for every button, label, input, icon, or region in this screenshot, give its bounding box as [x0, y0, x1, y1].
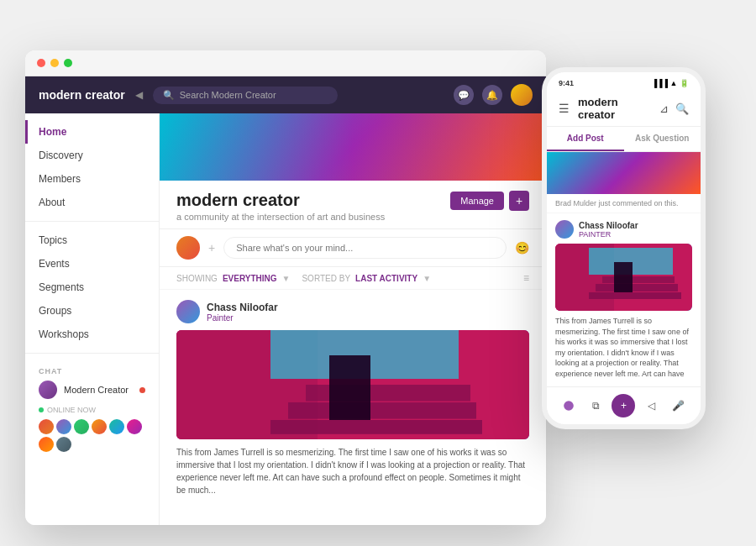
search-icon: 🔍 [163, 90, 175, 101]
mobile-status-icons: ▐▐▐ ▲ 🔋 [652, 79, 689, 87]
svg-rect-3 [270, 420, 482, 434]
mobile-tabs: Add Post Ask Question [547, 127, 701, 152]
browser-dot-red [37, 59, 45, 67]
tab-add-post[interactable]: Add Post [547, 127, 624, 151]
svg-rect-11 [596, 284, 678, 291]
chat-unread-dot [139, 387, 145, 393]
mobile-post-image [555, 244, 692, 311]
mobile-status-bar: 9:41 ▐▐▐ ▲ 🔋 [547, 72, 701, 91]
hero-overlay [160, 113, 546, 181]
filter-icon[interactable]: ⊿ [659, 102, 669, 115]
mobile-back-icon[interactable]: ◁ [639, 394, 663, 417]
hero-banner [160, 113, 546, 181]
sidebar-item-events[interactable]: Events [25, 252, 159, 276]
svg-point-14 [564, 401, 574, 411]
mobile-search-icon[interactable]: 🔍 [675, 102, 689, 115]
mobile-poster-info: Chass Niloofar PAINTER [579, 221, 638, 239]
sidebar-item-groups[interactable]: Groups [25, 299, 159, 323]
online-avatars [39, 419, 145, 452]
sidebar-item-home[interactable]: Home [25, 120, 159, 144]
sidebar-item-about[interactable]: About [25, 191, 159, 214]
chat-community-name: Modern Creator [64, 385, 133, 395]
svg-rect-6 [329, 355, 370, 420]
online-status-dot [39, 407, 44, 412]
community-tagline: a community at the intersection of art a… [176, 212, 385, 222]
poster-info: Chass Niloofar Painter [207, 302, 278, 323]
post-image [176, 330, 529, 439]
online-avatar-1 [39, 419, 54, 434]
post-header: Chass Niloofar Painter [176, 300, 529, 323]
community-info: modern creator a community at the inters… [176, 191, 385, 222]
poster-name: Chass Niloofar [207, 302, 278, 313]
mobile-add-icon[interactable]: + [612, 394, 635, 417]
manage-button[interactable]: Manage [450, 192, 504, 210]
sidebar-item-discovery[interactable]: Discovery [25, 144, 159, 167]
emoji-icon[interactable]: 😊 [515, 241, 529, 255]
poster-tag: Painter [207, 313, 278, 323]
community-name: modern creator [176, 191, 385, 210]
chat-icon[interactable]: 💬 [454, 85, 474, 105]
mobile-mockup: 9:41 ▐▐▐ ▲ 🔋 ☰ modern creator ⊿ 🔍 Add Po… [542, 67, 706, 429]
header-icons: 💬 🔔 [454, 84, 533, 106]
sidebar-item-topics[interactable]: Topics [25, 228, 159, 252]
svg-rect-10 [589, 292, 681, 299]
nav-group-main: Home Discovery Members About [25, 120, 159, 214]
online-label: ONLINE NOW [39, 406, 145, 414]
list-view-icon[interactable]: ≡ [523, 272, 529, 284]
mobile-post-header: Chass Niloofar PAINTER [555, 220, 692, 239]
post-item: Chass Niloofar Painter [160, 290, 546, 507]
nav-group-secondary: Topics Events Segments Groups Workshops [25, 228, 159, 346]
chat-item[interactable]: Modern Creator [39, 381, 145, 399]
hamburger-icon[interactable]: ☰ [559, 102, 570, 115]
showing-label: SHOWING [176, 274, 218, 283]
mobile-post: Chass Niloofar PAINTER This from James T… [547, 213, 701, 386]
chat-community-icon [39, 381, 57, 399]
sidebar-item-members[interactable]: Members [25, 167, 159, 191]
online-avatar-2 [56, 419, 71, 434]
online-avatar-7 [39, 437, 54, 452]
sidebar-item-workshops[interactable]: Workshops [25, 323, 159, 346]
mobile-time: 9:41 [559, 79, 574, 87]
nav-divider [25, 221, 159, 222]
browser-dot-yellow [50, 59, 59, 67]
plus-icon: + [208, 241, 215, 255]
mobile-logo: modern creator [578, 96, 651, 121]
bell-icon[interactable]: 🔔 [482, 85, 502, 105]
online-avatar-4 [92, 419, 107, 434]
post-input-field[interactable] [223, 237, 507, 259]
community-actions: Manage + [450, 191, 529, 211]
sidebar-item-segments[interactable]: Segments [25, 276, 159, 299]
svg-rect-13 [614, 262, 633, 292]
add-content-button[interactable]: + [509, 191, 529, 211]
tab-ask-question[interactable]: Ask Question [624, 127, 701, 151]
browser-dot-green [64, 59, 72, 67]
online-avatar-5 [109, 419, 124, 434]
svg-rect-4 [288, 402, 476, 419]
chat-section-label: CHAT [39, 367, 145, 375]
nav-divider-2 [25, 353, 159, 354]
community-header: modern creator a community at the inters… [160, 181, 546, 229]
sorted-value[interactable]: LAST ACTIVITY [355, 274, 417, 283]
mobile-post-text: This from James Turrell is so mesmerizin… [555, 316, 692, 380]
sidebar: Home Discovery Members About Topics Even… [25, 113, 160, 525]
sorted-arrow-icon: ▼ [423, 274, 431, 283]
app-header: modern creator ◀ 🔍 Search Modern Creator… [25, 76, 546, 113]
mobile-poster-tag: PAINTER [579, 230, 638, 239]
search-bar[interactable]: 🔍 Search Modern Creator [153, 87, 338, 104]
sidebar-chat-section: CHAT Modern Creator ONLINE NOW [25, 360, 159, 459]
search-placeholder: Search Modern Creator [180, 90, 276, 100]
user-avatar[interactable] [511, 84, 533, 106]
mobile-mic-icon[interactable]: 🎤 [667, 394, 690, 417]
sorted-label: SORTED BY [302, 274, 350, 283]
mobile-poster-avatar [555, 220, 574, 239]
mobile-layers-icon[interactable]: ⧉ [585, 394, 608, 417]
online-avatar-8 [56, 437, 71, 452]
mobile-home-icon[interactable] [557, 394, 580, 417]
showing-value[interactable]: EVERYTHING [223, 274, 277, 283]
mobile-poster-name: Chass Niloofar [579, 221, 638, 230]
desktop-mockup: modern creator ◀ 🔍 Search Modern Creator… [25, 50, 546, 525]
online-avatar-6 [127, 419, 142, 434]
mobile-nav-icons: ⊿ 🔍 [659, 102, 689, 115]
main-content: modern creator a community at the inters… [160, 113, 546, 525]
mobile-nav: ☰ modern creator ⊿ 🔍 [547, 91, 701, 127]
